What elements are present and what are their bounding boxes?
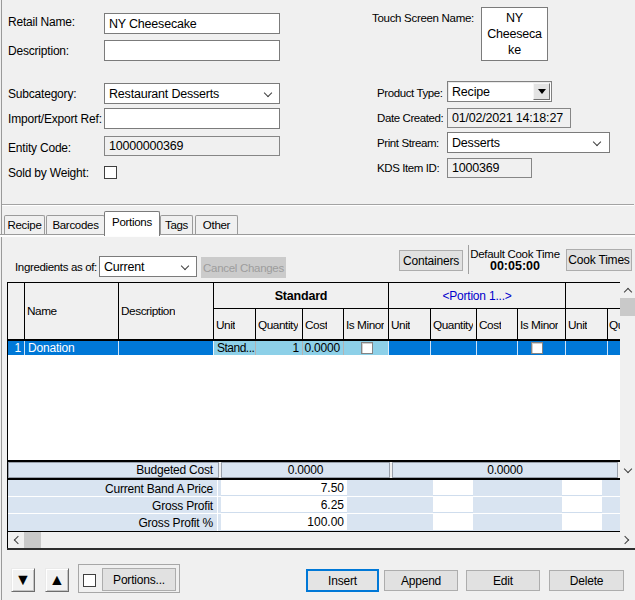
insert-button[interactable]: Insert: [306, 569, 379, 592]
row-description-cell[interactable]: [118, 341, 213, 355]
grid-col-quantity-p1[interactable]: Quantity: [433, 318, 473, 332]
row-p1-quantity-cell[interactable]: [430, 341, 476, 355]
grid-col-cost-std[interactable]: Cost: [305, 318, 327, 332]
kds-item-id-field: 1000369: [447, 158, 532, 178]
tab-portions[interactable]: Portions: [104, 211, 160, 236]
description-input[interactable]: [104, 40, 280, 61]
std-isminor-checkbox[interactable]: [361, 342, 373, 354]
row-p1-cost-cell[interactable]: [476, 341, 517, 355]
band-a-price-label: Current Band A Price: [105, 482, 213, 496]
row-std-unit-cell[interactable]: Stand...: [213, 341, 255, 355]
gross-profit-portion-cell-1[interactable]: [433, 497, 473, 513]
chevron-down-icon: [623, 465, 631, 473]
gross-profit-value-cell[interactable]: 6.25: [221, 497, 347, 513]
scroll-down-button[interactable]: [620, 463, 635, 478]
touch-screen-name-line2: Cheeseca: [482, 26, 547, 42]
portions-button[interactable]: Portions...: [102, 568, 176, 591]
row-p1-unit-cell[interactable]: [388, 341, 430, 355]
kds-item-id-label: KDS Item ID:: [377, 162, 439, 175]
grid-col-description[interactable]: Description: [121, 304, 175, 318]
dropdown-arrow-icon: [538, 89, 546, 94]
portions-checkbox[interactable]: [83, 574, 96, 587]
product-type-dropdown-button[interactable]: [533, 83, 550, 100]
row-p2-unit-cell[interactable]: [565, 341, 607, 355]
entity-code-field: 10000000369: [104, 136, 280, 156]
budgeted-cost-label-cell: Budgeted Cost: [8, 462, 219, 478]
grid-col-quantity-std[interactable]: Quantity: [258, 318, 298, 332]
row-p2-quantity-cell[interactable]: [607, 341, 620, 355]
gross-profit-pct-portion-cell-2[interactable]: [562, 514, 602, 530]
subcategory-label: Subcategory:: [8, 88, 76, 101]
horizontal-scrollbar-thumb[interactable]: [24, 532, 41, 548]
grid-col-unit-std[interactable]: Unit: [216, 318, 235, 332]
move-row-down-button[interactable]: ▼: [11, 568, 35, 592]
tab-portions-label: Portions: [112, 216, 152, 228]
ingredients-as-of-combobox[interactable]: Current: [99, 256, 197, 277]
row-std-cost-cell[interactable]: 0.0000: [302, 341, 343, 355]
product-editor-window: { "window": { "background": "#f0f0f0" },…: [0, 0, 635, 600]
grid-col-unit-p1[interactable]: Unit: [391, 318, 410, 332]
chevron-left-icon: [13, 536, 21, 544]
cancel-changes-button[interactable]: Cancel Changes: [201, 257, 286, 278]
touch-screen-name-input[interactable]: NY Cheeseca ke: [481, 7, 548, 61]
band-a-price-value-cell[interactable]: 7.50: [221, 480, 347, 496]
grid-col-name[interactable]: Name: [27, 304, 57, 318]
grid-group-portion1[interactable]: <Portion 1...>: [389, 289, 565, 303]
horizontal-scrollbar[interactable]: [8, 532, 635, 548]
row-number-cell[interactable]: 1: [8, 341, 24, 355]
scroll-up-button[interactable]: [620, 283, 635, 298]
append-button[interactable]: Append: [384, 570, 458, 591]
budgeted-cost-label: Budgeted Cost: [136, 463, 213, 477]
summary-row-band-a: Current Band A Price 7.50: [8, 480, 620, 497]
budgeted-cost-portion-value: 0.0000: [487, 463, 523, 477]
import-export-ref-input[interactable]: [104, 108, 280, 129]
band-a-portion-cell-1[interactable]: [433, 480, 473, 496]
subcategory-combobox[interactable]: Restaurant Desserts: [104, 83, 280, 104]
grid-group-standard[interactable]: Standard: [213, 289, 389, 303]
containers-button[interactable]: Containers: [399, 250, 463, 271]
budgeted-cost-standard-value: 0.0000: [288, 463, 324, 477]
tab-other[interactable]: Other: [195, 215, 238, 234]
print-stream-value: Desserts: [452, 136, 500, 150]
gross-profit-label: Gross Profit: [152, 499, 213, 513]
grid-line-v: [607, 309, 608, 339]
band-a-portion-cell-2[interactable]: [562, 480, 602, 496]
row-name-cell[interactable]: Donation: [24, 341, 118, 355]
row-std-quantity-cell[interactable]: 1: [255, 341, 302, 355]
print-stream-combobox[interactable]: Desserts: [447, 132, 610, 153]
tab-recipe[interactable]: Recipe: [4, 215, 45, 234]
move-row-up-button[interactable]: ▲: [45, 568, 69, 592]
grid-group-divider: [213, 308, 620, 309]
entity-code-label: Entity Code:: [8, 142, 71, 155]
scroll-right-button[interactable]: [618, 532, 634, 548]
edit-button[interactable]: Edit: [466, 570, 540, 591]
touch-screen-name-line3: ke: [482, 42, 547, 58]
grid-col-cost-p1[interactable]: Cost: [479, 318, 501, 332]
grid-line-v: [476, 309, 477, 339]
grid-body[interactable]: [8, 355, 620, 460]
vertical-scrollbar-thumb[interactable]: [620, 298, 635, 316]
p1-isminor-checkbox[interactable]: [531, 342, 543, 354]
scroll-left-button[interactable]: [8, 532, 24, 548]
gross-profit-portion-cell-2[interactable]: [562, 497, 602, 513]
tab-tags[interactable]: Tags: [160, 215, 193, 234]
product-type-label: Product Type:: [377, 87, 443, 100]
grid-col-isminor-std[interactable]: Is Minor: [346, 318, 384, 332]
description-label: Description:: [8, 45, 69, 58]
grid-col-unit-p2[interactable]: Unit: [568, 318, 587, 332]
subcategory-value: Restaurant Desserts: [109, 87, 219, 101]
delete-button[interactable]: Delete: [549, 570, 624, 591]
gross-profit-pct-portion-cell-1[interactable]: [433, 514, 473, 530]
chevron-right-icon: [620, 536, 628, 544]
import-export-ref-label: Import/Export Ref:: [8, 113, 102, 126]
chevron-down-icon: [181, 262, 189, 270]
sold-by-weight-checkbox[interactable]: [104, 166, 117, 179]
product-type-combobox[interactable]: Recipe: [447, 81, 552, 102]
gross-profit-pct-value-cell[interactable]: 100.00: [221, 514, 347, 530]
retail-name-input[interactable]: NY Cheesecake: [104, 13, 280, 34]
window-left-border: [1, 0, 2, 600]
tab-barcodes[interactable]: Barcodes: [46, 215, 105, 234]
grid-col-isminor-p1[interactable]: Is Minor: [520, 318, 558, 332]
cook-times-button[interactable]: Cook Times: [566, 249, 632, 271]
summary-label-separator: [217, 480, 218, 531]
